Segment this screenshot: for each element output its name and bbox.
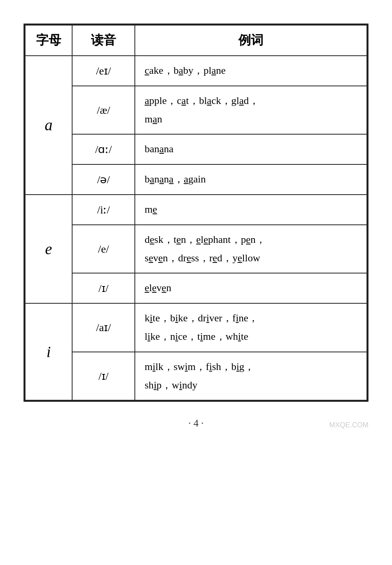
examples-ae: apple，cat，black，glad，man <box>135 86 367 135</box>
table-row: i /aɪ/ kite，bike，driver，fine，like，nice，t… <box>25 303 367 352</box>
examples-schwa-a: banana，again <box>135 164 367 195</box>
phonetic-ae: /æ/ <box>72 86 135 135</box>
examples-small-i: milk，swim，fish，big，ship，windy <box>135 352 367 401</box>
phonetic-ei: /eɪ/ <box>72 56 135 86</box>
page-number: · 4 · <box>189 417 204 429</box>
header-phonetic: 读音 <box>72 25 135 56</box>
header-letter: 字母 <box>25 25 72 56</box>
phonetic-aa: /ɑː/ <box>72 134 135 164</box>
watermark: MXQE.COM <box>329 421 368 429</box>
phonetic-ii: /iː/ <box>72 195 135 225</box>
examples-small-i-e: eleven <box>135 273 367 303</box>
table-row: /e/ desk，ten，elephant，pen，seven，dress，re… <box>25 225 367 273</box>
phonetic-small-i-e: /ɪ/ <box>72 273 135 303</box>
table-row: a /eɪ/ cake，baby，plane <box>25 56 367 86</box>
header-examples: 例词 <box>135 25 367 56</box>
table-row: /æ/ apple，cat，black，glad，man <box>25 86 367 135</box>
phonetic-small-i: /ɪ/ <box>72 352 135 401</box>
phonetics-table: 字母 读音 例词 a /eɪ/ cake，baby，plane /æ/ appl… <box>24 24 368 402</box>
examples-ii: me <box>135 195 367 225</box>
letter-i: i <box>25 303 72 400</box>
examples-ei: cake，baby，plane <box>135 56 367 86</box>
table-row: /ɑː/ banana <box>25 134 367 164</box>
examples-ai: kite，bike，driver，fine，like，nice，time，whi… <box>135 303 367 352</box>
examples-e: desk，ten，elephant，pen，seven，dress，red，ye… <box>135 225 367 273</box>
phonetic-schwa-a: /ə/ <box>72 164 135 195</box>
letter-a: a <box>25 56 72 195</box>
table-row: /ɪ/ milk，swim，fish，big，ship，windy <box>25 352 367 401</box>
phonetic-ai: /aɪ/ <box>72 303 135 352</box>
table-row: /ə/ banana，again <box>25 164 367 195</box>
table-row: e /iː/ me <box>25 195 367 225</box>
table-row: /ɪ/ eleven <box>25 273 367 303</box>
letter-e: e <box>25 195 72 303</box>
phonetic-e: /e/ <box>72 225 135 273</box>
examples-aa: banana <box>135 134 367 164</box>
page-footer: · 4 · MXQE.COM <box>24 417 368 429</box>
